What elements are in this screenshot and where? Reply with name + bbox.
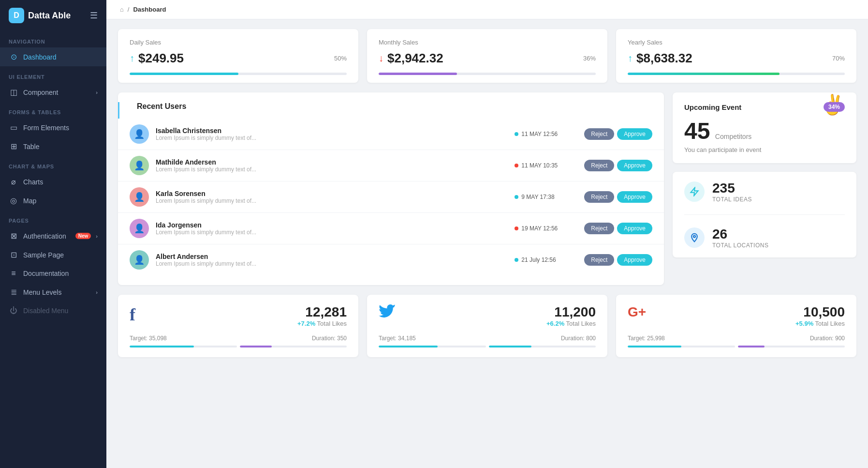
fb-number: 12,281: [297, 304, 347, 320]
reject-button[interactable]: Reject: [584, 160, 614, 171]
monthly-sales-card: Monthly Sales ↓$2,942.32 36%: [367, 29, 607, 83]
fb-targets: Target: 35,098 Duration: 350: [130, 335, 347, 342]
user-actions: Reject Approve: [584, 223, 652, 234]
user-date: 19 MAY 12:56: [515, 225, 577, 232]
gp-bar2: [738, 346, 845, 347]
sidebar-item-map[interactable]: ◎ Map: [0, 191, 106, 210]
tw-bar2: [489, 346, 596, 347]
user-name: Albert Andersen: [156, 253, 508, 260]
topbar: ⌂ / Dashboard: [106, 0, 868, 19]
approve-button[interactable]: Approve: [617, 223, 652, 234]
page-content: Daily Sales ↑$249.95 50% Monthly Sales ↓…: [106, 19, 868, 367]
sidebar-item-charts[interactable]: ⌀ Charts: [0, 172, 106, 191]
daily-sales-card: Daily Sales ↑$249.95 50%: [118, 29, 358, 83]
user-info: Karla Sorensen Lorem Ipsum is simply dum…: [156, 190, 508, 204]
user-info: Isabella Christensen Lorem Ipsum is simp…: [156, 127, 508, 141]
sidebar-item-label: Map: [23, 197, 98, 205]
approve-button[interactable]: Approve: [617, 254, 652, 266]
tw-targets: Target: 34,185 Duration: 800: [379, 335, 596, 342]
sidebar-item-authentication[interactable]: ⊠ Authentication New ›: [0, 226, 106, 245]
hamburger-icon[interactable]: ☰: [90, 10, 98, 21]
locations-label: TOTAL LOCATIONS: [712, 242, 768, 249]
chevron-right-icon: ›: [96, 233, 98, 239]
tw-target-label: Target: 34,185: [379, 335, 416, 342]
tw-bars: [379, 346, 596, 347]
logo-icon: D: [9, 8, 24, 23]
daily-sales-percent: 50%: [334, 55, 347, 62]
arrow-down-icon: ↓: [379, 53, 383, 64]
sidebar-item-menu-levels[interactable]: ≣ Menu Levels ›: [0, 283, 106, 302]
sidebar-item-label: Sample Page: [23, 251, 98, 259]
user-actions: Reject Approve: [584, 191, 652, 203]
user-name: Ida Jorgensen: [156, 221, 508, 229]
approve-button[interactable]: Approve: [617, 128, 652, 140]
sidebar-header: D Datta Able ☰: [0, 0, 106, 31]
gp-target-label: Target: 25,998: [628, 335, 665, 342]
total-locations-row: 26 TOTAL LOCATIONS: [684, 226, 845, 249]
sidebar-item-label: Authentication: [23, 232, 69, 240]
fb-likes: +7.2% Total Likes: [297, 320, 347, 327]
sidebar-item-form-elements[interactable]: ▭ Form Elements: [0, 118, 106, 137]
reject-button[interactable]: Reject: [584, 128, 614, 140]
yearly-sales-label: Yearly Sales: [628, 39, 845, 46]
sidebar-item-label: Table: [23, 143, 98, 151]
social-top: f 12,281 +7.2% Total Likes: [130, 304, 347, 327]
ideas-number: 235: [712, 181, 752, 196]
daily-sales-value: ↑$249.95: [130, 51, 184, 66]
user-info: Albert Andersen Lorem Ipsum is simply du…: [156, 253, 508, 267]
daily-sales-progress: [130, 73, 347, 75]
main-content: ⌂ / Dashboard Daily Sales ↑$249.95 50%: [106, 0, 868, 468]
home-icon: ⌂: [120, 6, 124, 13]
user-actions: Reject Approve: [584, 128, 652, 140]
sidebar-item-label: Component: [23, 89, 91, 96]
monthly-sales-value-row: ↓$2,942.32 36%: [379, 51, 596, 66]
sidebar-item-label: Menu Levels: [23, 288, 91, 296]
upcoming-event-card: Upcoming Event 34% 45 Competitors ✌️ You…: [673, 92, 856, 163]
breadcrumb-separator: /: [128, 6, 130, 13]
svg-point-0: [693, 235, 695, 237]
table-row: 👤 Albert Andersen Lorem Ipsum is simply …: [118, 244, 664, 275]
fb-bars: [130, 346, 347, 347]
monthly-sales-percent: 36%: [583, 55, 596, 62]
sidebar-item-label: Documentation: [23, 270, 98, 277]
gp-targets: Target: 25,998 Duration: 900: [628, 335, 845, 342]
sidebar-item-dashboard[interactable]: ⊙ Dashboard: [0, 47, 106, 66]
user-date: 11 MAY 10:35: [515, 162, 577, 169]
sidebar-logo: D Datta Able: [9, 8, 71, 23]
table-row: 👤 Isabella Christensen Lorem Ipsum is si…: [118, 119, 664, 150]
sidebar-item-disabled-menu: ⏻ Disabled Menu: [0, 302, 106, 320]
locations-info: 26 TOTAL LOCATIONS: [712, 226, 768, 249]
sidebar-item-documentation[interactable]: ≡ Documentation: [0, 264, 106, 283]
reject-button[interactable]: Reject: [584, 254, 614, 266]
facebook-card: f 12,281 +7.2% Total Likes Target: 35,09…: [118, 295, 358, 357]
sample-icon: ⊡: [9, 250, 18, 259]
monthly-sales-label: Monthly Sales: [379, 39, 596, 46]
social-row: f 12,281 +7.2% Total Likes Target: 35,09…: [118, 295, 856, 357]
daily-sales-label: Daily Sales: [130, 39, 347, 46]
disabled-icon: ⏻: [9, 306, 18, 315]
dashboard-icon: ⊙: [9, 52, 18, 61]
avatar: 👤: [130, 124, 149, 144]
social-stats: 11,200 +6.2% Total Likes: [546, 304, 596, 327]
chevron-right-icon: ›: [96, 90, 98, 95]
social-top: 11,200 +6.2% Total Likes: [379, 304, 596, 327]
approve-button[interactable]: Approve: [617, 160, 652, 171]
reject-button[interactable]: Reject: [584, 223, 614, 234]
middle-row: Recent Users 👤 Isabella Christensen Lore…: [118, 92, 856, 285]
reject-button[interactable]: Reject: [584, 191, 614, 203]
divider: [684, 214, 845, 215]
social-top: G+ 10,500 +5.9% Total Likes: [628, 304, 845, 327]
approve-button[interactable]: Approve: [617, 191, 652, 203]
sidebar-item-table[interactable]: ⊞ Table: [0, 137, 106, 156]
tw-pos: +6.2%: [546, 320, 564, 327]
recent-users-title: Recent Users: [118, 102, 664, 119]
daily-sales-progress-fill: [130, 73, 238, 75]
sidebar-item-label: Disabled Menu: [23, 307, 98, 315]
ideas-label: TOTAL IDEAS: [712, 196, 752, 203]
user-actions: Reject Approve: [584, 254, 652, 266]
stats-row: Daily Sales ↑$249.95 50% Monthly Sales ↓…: [118, 29, 856, 83]
user-desc: Lorem Ipsum is simply dummy text of...: [156, 229, 508, 236]
sidebar-item-sample-page[interactable]: ⊡ Sample Page: [0, 245, 106, 264]
sidebar-item-component[interactable]: ◫ Component ›: [0, 83, 106, 102]
avatar: 👤: [130, 156, 149, 175]
